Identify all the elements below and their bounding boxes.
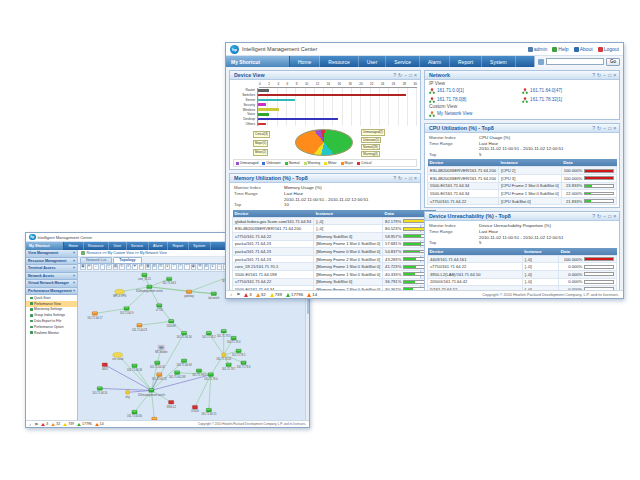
refresh-icon[interactable]: ↻ xyxy=(597,73,601,78)
table-row[interactable]: ESL4B2003SERVER/161.71.64.200[CPU 2]100.… xyxy=(428,167,617,175)
menu-tab-user[interactable]: User xyxy=(109,242,127,250)
table-row[interactable]: core_59.21/161.71.70.1[Memory Frame 1 Sl… xyxy=(233,263,436,271)
grid-icon[interactable]: ⊞ xyxy=(204,264,210,270)
legend-icon[interactable]: ▸ xyxy=(210,264,216,270)
settings-icon[interactable]: ☰ xyxy=(197,264,203,270)
minimize-icon[interactable]: − xyxy=(603,73,606,78)
ip-view-link[interactable]: 161.71.78.32[1] xyxy=(522,96,615,103)
search-go-button[interactable]: Go xyxy=(606,58,620,66)
restore-icon[interactable]: □ xyxy=(608,73,611,78)
sidebar-section-virtual-network-manager[interactable]: Virtual Network Manager» xyxy=(26,280,77,288)
menu-tab-user[interactable]: User xyxy=(359,56,387,67)
close-icon[interactable]: × xyxy=(414,176,417,181)
zoom-out-icon[interactable]: − xyxy=(100,264,106,270)
topology-node-sw[interactable]: 161.71.64.55 xyxy=(201,408,217,416)
about-link[interactable]: About xyxy=(574,46,593,52)
topology-node-sw[interactable]: 161.71.64.34 xyxy=(127,364,143,372)
restore-icon[interactable]: □ xyxy=(608,126,611,131)
restore-icon[interactable]: □ xyxy=(409,176,412,181)
alarm-count[interactable]: 17796 xyxy=(286,292,303,297)
topology-node-sw[interactable]: 161.71.64.9 xyxy=(120,307,134,315)
topology-node-sw[interactable]: 161.71.78.5 xyxy=(232,349,246,357)
table-row[interactable]: ESL4B2003SERVER/161.71.64.200[CPU 3]100.… xyxy=(428,174,617,182)
delete-icon[interactable]: × xyxy=(178,264,184,270)
help-icon[interactable]: ? xyxy=(393,176,396,181)
topology-node-sw[interactable]: core_59.21 xyxy=(138,273,151,281)
topology-link[interactable] xyxy=(189,277,229,292)
topology-node-sw[interactable]: 161.71.78.0 xyxy=(204,373,218,381)
topology-link[interactable] xyxy=(100,388,152,390)
search-input[interactable] xyxy=(546,58,604,65)
sidebar-section-performance-management[interactable]: Performance Management» xyxy=(26,288,77,296)
topology-node-sw[interactable]: 161.71.64.50 xyxy=(92,387,108,395)
topology-node-sw[interactable]: 161.71.78.6 xyxy=(237,361,251,369)
topology-node-red[interactable]: 2050G xyxy=(191,405,199,413)
undo-icon[interactable]: ↺ xyxy=(126,264,132,270)
overview-icon[interactable]: ▤ xyxy=(113,264,119,270)
alarm-count[interactable]: 3 xyxy=(244,292,251,297)
collapse-icon[interactable]: ⊟ xyxy=(158,264,164,270)
table-row[interactable]: packa/161.71.64.23[Memory Frame 0 Slot 0… xyxy=(233,248,436,256)
alarm-count[interactable]: 17796 xyxy=(77,422,92,426)
my-shortcut-button[interactable]: My Shortcut xyxy=(226,56,290,67)
menu-tab-resource[interactable]: Resource xyxy=(320,56,358,67)
menu-tab-report[interactable]: Report xyxy=(450,56,482,67)
save-icon[interactable]: ▼ xyxy=(132,264,138,270)
add-link-icon[interactable]: / xyxy=(171,264,177,270)
table-row[interactable]: packa/161.71.64.23[Memory Frame 1 Slot 0… xyxy=(233,240,436,248)
topology-node-red[interactable]: 4403 xyxy=(102,363,108,371)
custom-view-link[interactable]: My Network View xyxy=(429,110,522,117)
layout-icon[interactable]: ▦ xyxy=(145,264,151,270)
alarm-count[interactable]: 14 xyxy=(307,292,317,297)
admin-link[interactable]: admin xyxy=(528,46,548,52)
minimize-icon[interactable]: − xyxy=(404,73,407,78)
sidebar-section-view-management[interactable]: View Management» xyxy=(26,250,77,258)
table-row[interactable]: s7750/161.71.64.22[-,0]0.000% xyxy=(428,263,617,271)
help-icon[interactable]: ? xyxy=(592,73,595,78)
topology-node-cloud[interactable]: site cloud xyxy=(112,353,123,362)
expand-icon[interactable]: ⊞ xyxy=(152,264,158,270)
alarm-flag-icon[interactable]: ⚑ xyxy=(236,292,240,297)
topology-node-sw[interactable]: 161.71.78.4 xyxy=(227,336,241,344)
alarm-count[interactable]: 739 xyxy=(270,292,282,297)
ip-view-link[interactable]: 161.71.78.0[8] xyxy=(429,96,522,103)
restore-icon[interactable]: □ xyxy=(409,73,412,78)
sidebar-section-terminal-access[interactable]: Terminal Access» xyxy=(26,265,77,273)
minimize-icon[interactable]: − xyxy=(603,126,606,131)
sidebar-item-realtime-monitor[interactable]: Realtime Monitor xyxy=(26,330,77,336)
minimize-icon[interactable]: − xyxy=(603,214,606,219)
close-icon[interactable]: × xyxy=(414,73,417,78)
topology-node-pc[interactable]: MC station xyxy=(155,345,168,354)
topology-link[interactable] xyxy=(128,390,152,392)
my-shortcut-button[interactable]: My Shortcut xyxy=(26,242,64,250)
ip-view-link[interactable]: 161.71.0.0[1] xyxy=(429,87,522,94)
menu-tab-home[interactable]: Home xyxy=(290,56,320,67)
topology-node-sw[interactable]: 161.71.64.30 xyxy=(177,331,193,339)
table-row[interactable]: s7750/161.71.64.22[Memory SubSlot 4]58.9… xyxy=(233,232,436,240)
alarm-count[interactable]: 3 xyxy=(41,422,48,426)
refresh-icon[interactable]: ↻ xyxy=(597,126,601,131)
menu-tab-resource[interactable]: Resource xyxy=(84,242,109,250)
topology-link[interactable] xyxy=(157,348,161,363)
help-icon[interactable]: ? xyxy=(592,126,595,131)
topology-node-sw[interactable]: 5500-EI xyxy=(167,320,176,328)
topology-node-sw[interactable]: 161.71.64.42 xyxy=(150,361,166,369)
refresh-icon[interactable]: ↻ xyxy=(398,73,402,78)
menu-tab-alarm[interactable]: Alarm xyxy=(420,56,450,67)
refresh-icon[interactable]: ↻ xyxy=(597,214,601,219)
menu-tab-report[interactable]: Report xyxy=(168,242,189,250)
imc-dashboard-window[interactable]: hp Intelligent Management Center adminHe… xyxy=(225,42,624,299)
fit-view-icon[interactable]: ◻ xyxy=(106,264,112,270)
refresh-icon[interactable]: ↻ xyxy=(119,264,125,270)
logout-link[interactable]: Logout xyxy=(598,46,619,52)
topology-node-rt[interactable]: 161.71.64.17 xyxy=(87,312,103,320)
table-row[interactable]: 5500-EI/161.71.64.198[Memory Frame 1 Slo… xyxy=(233,270,436,278)
topology-node-cloud[interactable]: MPLS VPN xyxy=(113,289,126,298)
alarm-count[interactable]: 32 xyxy=(256,292,266,297)
topology-node-sw[interactable]: 161.71.78.3 xyxy=(217,329,231,337)
topology-node-sw[interactable]: 161management center xyxy=(136,285,163,293)
add-node-icon[interactable]: ● xyxy=(165,264,171,270)
menu-tab-system[interactable]: System xyxy=(189,242,211,250)
topology-node-sw[interactable]: 161.71.78.2 xyxy=(202,331,216,339)
alarm-flag-icon[interactable]: ⚑ xyxy=(34,422,38,427)
